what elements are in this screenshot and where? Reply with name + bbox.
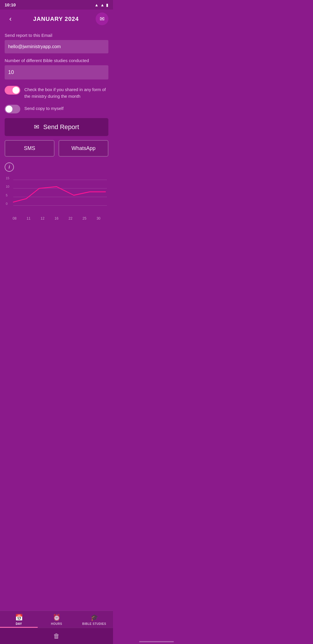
wifi-icon: ▲ (100, 3, 104, 7)
back-arrow-icon: ‹ (9, 15, 12, 23)
bible-studies-label: Number of different Bible studies conduc… (5, 58, 108, 63)
chart-label-25: 25 (83, 216, 86, 220)
y-label-0: 0 (6, 202, 9, 205)
whatsapp-label: WhatsApp (71, 145, 95, 151)
info-row: i (5, 161, 108, 174)
chart-label-30: 30 (97, 216, 100, 220)
email-section-label: Send report to this Email (5, 33, 108, 38)
send-report-icon: ✉ (34, 123, 39, 131)
email-icon: ✉ (100, 15, 105, 22)
chart-label-16: 16 (54, 216, 58, 220)
chart-label-11: 11 (27, 216, 30, 220)
ministry-toggle-row: Check the box if you shared in any form … (5, 85, 108, 100)
ministry-toggle-label: Check the box if you shared in any form … (24, 85, 108, 100)
sms-label: SMS (24, 145, 35, 151)
battery-icon: ▮ (106, 3, 108, 7)
chart-area: 15 10 5 0 08 11 12 16 22 25 30 (5, 176, 108, 214)
y-label-10: 10 (6, 185, 9, 188)
status-time: 10:10 (5, 2, 16, 7)
back-button[interactable]: ‹ (5, 13, 16, 25)
status-icons: ▲ ▲ ▮ (94, 3, 108, 7)
copy-toggle-label: Send copy to myself (24, 104, 63, 112)
chart-label-08: 08 (12, 216, 16, 220)
chart-label-12: 12 (41, 216, 44, 220)
chart-x-labels: 08 11 12 16 22 25 30 (5, 215, 108, 220)
send-report-label: Send Report (43, 123, 79, 131)
page-title: JANUARY 2024 (33, 16, 79, 22)
copy-toggle[interactable] (5, 105, 20, 113)
bible-studies-input[interactable] (5, 65, 108, 79)
status-bar: 10:10 ▲ ▲ ▮ (0, 0, 113, 10)
y-label-15: 15 (6, 176, 9, 180)
ministry-toggle-track[interactable] (5, 86, 20, 95)
signal-icon: ▲ (94, 3, 99, 7)
ministry-toggle-thumb (12, 87, 19, 94)
copy-toggle-track[interactable] (5, 105, 20, 113)
header: ‹ JANUARY 2024 ✉ (0, 10, 113, 28)
main-content: Send report to this Email Number of diff… (0, 28, 113, 214)
email-button[interactable]: ✉ (96, 12, 108, 25)
info-icon[interactable]: i (5, 162, 14, 172)
send-report-button[interactable]: ✉ Send Report (5, 118, 108, 136)
sms-button[interactable]: SMS (5, 140, 54, 157)
copy-toggle-row: Send copy to myself (5, 104, 108, 113)
y-labels: 15 10 5 0 (5, 176, 10, 205)
email-input[interactable] (5, 40, 108, 53)
whatsapp-button[interactable]: WhatsApp (59, 140, 108, 157)
copy-toggle-thumb (6, 106, 12, 113)
ministry-toggle[interactable] (5, 86, 20, 95)
y-label-5: 5 (6, 193, 9, 197)
chart-label-22: 22 (69, 216, 72, 220)
share-buttons: SMS WhatsApp (5, 140, 108, 157)
chart-svg (5, 176, 108, 214)
